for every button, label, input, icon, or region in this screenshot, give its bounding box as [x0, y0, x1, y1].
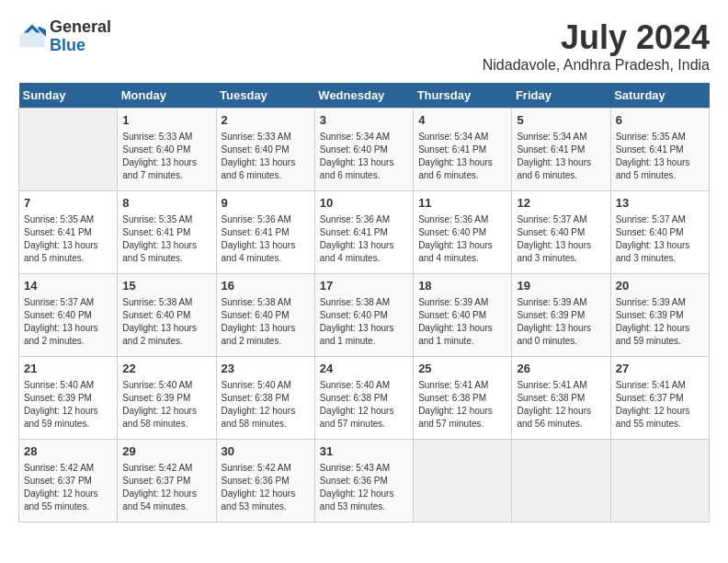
day-info: and 4 minutes. [320, 252, 408, 265]
day-info: Sunset: 6:40 PM [222, 144, 310, 156]
day-number: 20 [616, 278, 704, 294]
day-info: Sunrise: 5:40 AM [122, 379, 210, 392]
day-number: 17 [320, 278, 408, 294]
day-info: Sunset: 6:40 PM [320, 309, 408, 322]
day-info: Sunrise: 5:40 AM [24, 379, 112, 392]
day-number: 21 [24, 361, 112, 377]
day-number: 31 [320, 443, 408, 460]
calendar-cell: 16Sunrise: 5:38 AMSunset: 6:40 PMDayligh… [216, 274, 314, 357]
calendar-cell: 23Sunrise: 5:40 AMSunset: 6:38 PMDayligh… [216, 357, 314, 440]
day-info: and 55 minutes. [24, 500, 112, 513]
day-info: Sunset: 6:41 PM [616, 144, 704, 156]
calendar-cell: 1Sunrise: 5:33 AMSunset: 6:40 PMDaylight… [118, 109, 216, 191]
title-block: July 2024 Nidadavole, Andhra Pradesh, In… [483, 18, 710, 74]
calendar-week-1: 1Sunrise: 5:33 AMSunset: 6:40 PMDaylight… [19, 109, 710, 191]
calendar-cell: 25Sunrise: 5:41 AMSunset: 6:38 PMDayligh… [414, 357, 512, 440]
day-info: Daylight: 12 hours [122, 488, 210, 500]
day-info: and 53 minutes. [222, 500, 310, 513]
calendar-cell: 31Sunrise: 5:43 AMSunset: 6:36 PMDayligh… [314, 440, 413, 523]
day-number: 18 [418, 278, 506, 294]
day-info: and 2 minutes. [24, 335, 112, 348]
day-info: and 57 minutes. [320, 418, 408, 431]
day-info: Daylight: 12 hours [418, 405, 506, 418]
day-info: Sunrise: 5:38 AM [122, 296, 210, 309]
day-info: Sunset: 6:41 PM [320, 226, 408, 239]
calendar-week-4: 21Sunrise: 5:40 AMSunset: 6:39 PMDayligh… [19, 357, 710, 440]
day-info: and 59 minutes. [24, 418, 112, 431]
day-number: 1 [122, 112, 210, 129]
day-info: and 2 minutes. [122, 335, 210, 348]
calendar-cell [19, 109, 118, 191]
day-info: Sunset: 6:36 PM [222, 475, 310, 488]
day-number: 12 [517, 195, 605, 212]
day-info: Sunset: 6:40 PM [222, 309, 310, 322]
calendar-cell: 18Sunrise: 5:39 AMSunset: 6:40 PMDayligh… [414, 274, 512, 357]
day-info: and 58 minutes. [222, 418, 310, 431]
day-info: Sunrise: 5:34 AM [320, 131, 408, 144]
calendar-cell: 15Sunrise: 5:38 AMSunset: 6:40 PMDayligh… [118, 274, 216, 357]
logo-blue-text: Blue [50, 37, 111, 55]
day-info: Sunset: 6:41 PM [122, 226, 210, 239]
day-number: 25 [418, 361, 506, 377]
calendar-cell: 17Sunrise: 5:38 AMSunset: 6:40 PMDayligh… [314, 274, 413, 357]
day-info: Sunset: 6:40 PM [320, 144, 408, 156]
calendar-cell [414, 440, 512, 523]
location-title: Nidadavole, Andhra Pradesh, India [483, 57, 710, 74]
day-info: Sunrise: 5:39 AM [616, 296, 704, 309]
day-info: Daylight: 13 hours [517, 239, 605, 252]
day-info: Daylight: 13 hours [418, 239, 506, 252]
day-info: Daylight: 12 hours [616, 405, 704, 418]
logo-icon [18, 23, 46, 51]
day-info: and 5 minutes. [24, 252, 112, 265]
page-header: General Blue July 2024 Nidadavole, Andhr… [18, 18, 710, 74]
day-info: Daylight: 13 hours [24, 322, 112, 335]
header-day-thursday: Thursday [414, 83, 512, 109]
day-number: 16 [222, 278, 310, 294]
day-info: Sunrise: 5:37 AM [24, 296, 112, 309]
day-number: 10 [320, 195, 408, 212]
calendar-cell: 7Sunrise: 5:35 AMSunset: 6:41 PMDaylight… [19, 191, 118, 274]
day-info: and 6 minutes. [320, 169, 408, 182]
day-info: Sunrise: 5:34 AM [418, 131, 506, 144]
day-info: Sunrise: 5:35 AM [24, 213, 112, 226]
day-number: 22 [122, 361, 210, 377]
day-info: and 7 minutes. [122, 169, 210, 182]
day-info: Daylight: 13 hours [320, 322, 408, 335]
header-day-monday: Monday [118, 83, 216, 109]
header-row: SundayMondayTuesdayWednesdayThursdayFrid… [19, 83, 710, 109]
day-info: Sunset: 6:39 PM [517, 309, 605, 322]
day-info: Sunrise: 5:33 AM [222, 131, 310, 144]
day-info: Daylight: 12 hours [517, 405, 605, 418]
day-info: Daylight: 13 hours [418, 322, 506, 335]
header-day-sunday: Sunday [19, 83, 118, 109]
day-info: Daylight: 13 hours [616, 156, 704, 169]
day-info: Sunset: 6:38 PM [222, 392, 310, 405]
calendar-cell: 2Sunrise: 5:33 AMSunset: 6:40 PMDaylight… [216, 109, 314, 191]
header-day-friday: Friday [512, 83, 610, 109]
day-info: and 1 minute. [418, 335, 506, 348]
day-info: Daylight: 13 hours [517, 156, 605, 169]
day-info: and 54 minutes. [122, 500, 210, 513]
day-info: Sunrise: 5:42 AM [122, 462, 210, 475]
calendar-week-5: 28Sunrise: 5:42 AMSunset: 6:37 PMDayligh… [19, 440, 710, 523]
day-info: Daylight: 13 hours [418, 156, 506, 169]
day-info: Sunset: 6:40 PM [122, 309, 210, 322]
day-number: 27 [616, 361, 704, 377]
calendar-cell: 27Sunrise: 5:41 AMSunset: 6:37 PMDayligh… [610, 357, 709, 440]
day-info: Sunrise: 5:41 AM [616, 379, 704, 392]
day-info: Sunrise: 5:38 AM [320, 296, 408, 309]
day-info: Sunset: 6:38 PM [320, 392, 408, 405]
day-info: and 2 minutes. [222, 335, 310, 348]
day-info: Sunrise: 5:40 AM [222, 379, 310, 392]
header-day-tuesday: Tuesday [216, 83, 314, 109]
calendar-cell: 24Sunrise: 5:40 AMSunset: 6:38 PMDayligh… [314, 357, 413, 440]
calendar-cell: 12Sunrise: 5:37 AMSunset: 6:40 PMDayligh… [512, 191, 610, 274]
day-info: Sunset: 6:40 PM [122, 144, 210, 156]
day-info: Daylight: 12 hours [24, 405, 112, 418]
day-info: Sunset: 6:39 PM [24, 392, 112, 405]
day-number: 24 [320, 361, 408, 377]
day-info: Daylight: 12 hours [24, 488, 112, 500]
day-info: Sunrise: 5:41 AM [517, 379, 605, 392]
day-info: Sunrise: 5:35 AM [122, 213, 210, 226]
day-info: Sunset: 6:40 PM [418, 226, 506, 239]
